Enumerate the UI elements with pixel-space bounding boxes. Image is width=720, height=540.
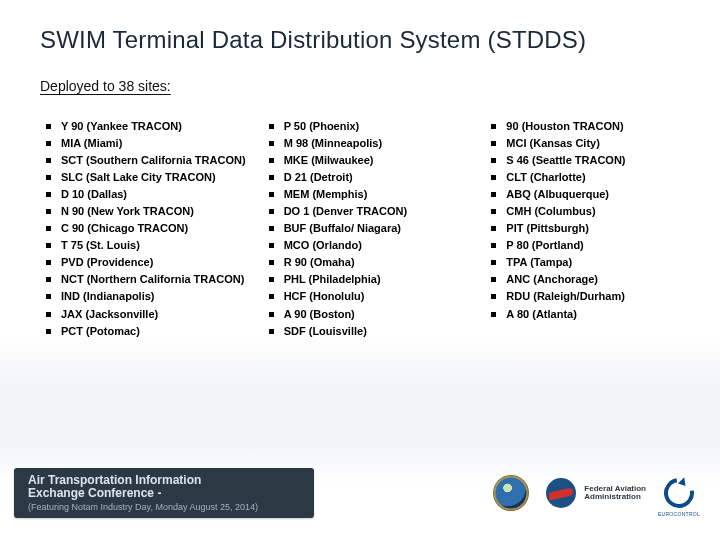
site-label: PCT (Potomac)	[61, 323, 140, 340]
bullet-icon	[269, 209, 274, 214]
site-label: RDU (Raleigh/Durham)	[506, 288, 625, 305]
list-item: RDU (Raleigh/Durham)	[485, 288, 680, 305]
bullet-icon	[46, 312, 51, 317]
bullet-icon	[491, 260, 496, 265]
bullet-icon	[491, 209, 496, 214]
bullet-icon	[491, 312, 496, 317]
dot-seal-icon	[494, 476, 528, 510]
site-label: C 90 (Chicago TRACON)	[61, 220, 188, 237]
list-item: NCT (Northern California TRACON)	[40, 271, 235, 288]
site-label: NCT (Northern California TRACON)	[61, 271, 244, 288]
site-label: PHL (Philadelphia)	[284, 271, 381, 288]
list-item: ABQ (Albuquerque)	[485, 186, 680, 203]
bullet-icon	[269, 141, 274, 146]
site-label: MKE (Milwaukee)	[284, 152, 374, 169]
list-item: TPA (Tampa)	[485, 254, 680, 271]
site-label: D 21 (Detroit)	[284, 169, 353, 186]
site-label: CLT (Charlotte)	[506, 169, 585, 186]
site-label: PVD (Providence)	[61, 254, 153, 271]
bullet-icon	[269, 175, 274, 180]
site-label: SCT (Southern California TRACON)	[61, 152, 246, 169]
bullet-icon	[269, 243, 274, 248]
site-label: A 80 (Atlanta)	[506, 306, 577, 323]
bullet-icon	[491, 175, 496, 180]
site-label: CMH (Columbus)	[506, 203, 595, 220]
bullet-icon	[269, 124, 274, 129]
bullet-icon	[46, 260, 51, 265]
list-item: MIA (Miami)	[40, 135, 235, 152]
site-label: SLC (Salt Lake City TRACON)	[61, 169, 216, 186]
list-item: MCO (Orlando)	[263, 237, 458, 254]
conference-subline: (Featuring Notam Industry Day, Monday Au…	[28, 502, 258, 512]
list-item: PVD (Providence)	[40, 254, 235, 271]
list-item: PIT (Pittsburgh)	[485, 220, 680, 237]
list-item: DO 1 (Denver TRACON)	[263, 203, 458, 220]
site-label: MCI (Kansas City)	[506, 135, 600, 152]
bullet-icon	[46, 277, 51, 282]
conference-line: Air Transportation Information	[28, 473, 201, 487]
site-label: P 80 (Portland)	[506, 237, 583, 254]
list-item: A 90 (Boston)	[263, 306, 458, 323]
site-label: BUF (Buffalo/ Niagara)	[284, 220, 401, 237]
site-label: MIA (Miami)	[61, 135, 122, 152]
footer-logos: Federal Aviation Administration EUROCONT…	[494, 476, 694, 510]
bullet-icon	[491, 141, 496, 146]
faa-logo: Federal Aviation Administration	[546, 478, 646, 508]
page-subtitle: Deployed to 38 sites:	[40, 78, 171, 94]
bullet-icon	[46, 209, 51, 214]
list-item: M 98 (Minneapolis)	[263, 135, 458, 152]
bullet-icon	[269, 192, 274, 197]
list-item: SLC (Salt Lake City TRACON)	[40, 169, 235, 186]
list-item: MKE (Milwaukee)	[263, 152, 458, 169]
site-label: M 98 (Minneapolis)	[284, 135, 382, 152]
bullet-icon	[269, 329, 274, 334]
bullet-icon	[46, 226, 51, 231]
conference-banner: Air Transportation Information Exchange …	[14, 468, 314, 518]
bullet-icon	[269, 260, 274, 265]
site-column: 90 (Houston TRACON)MCI (Kansas City)S 46…	[485, 118, 680, 340]
list-item: C 90 (Chicago TRACON)	[40, 220, 235, 237]
site-label: JAX (Jacksonville)	[61, 306, 158, 323]
site-column: Y 90 (Yankee TRACON)MIA (Miami)SCT (Sout…	[40, 118, 235, 340]
site-label: T 75 (St. Louis)	[61, 237, 140, 254]
list-item: MEM (Memphis)	[263, 186, 458, 203]
list-item: A 80 (Atlanta)	[485, 306, 680, 323]
site-label: MEM (Memphis)	[284, 186, 368, 203]
list-item: MCI (Kansas City)	[485, 135, 680, 152]
site-label: MCO (Orlando)	[284, 237, 362, 254]
site-label: N 90 (New York TRACON)	[61, 203, 194, 220]
list-item: P 80 (Portland)	[485, 237, 680, 254]
faa-line: Administration	[584, 493, 646, 501]
slide: SWIM Terminal Data Distribution System (…	[0, 0, 720, 540]
site-label: S 46 (Seattle TRACON)	[506, 152, 625, 169]
bullet-icon	[491, 124, 496, 129]
eurocontrol-icon: EUROCONTROL	[664, 478, 694, 508]
faa-text: Federal Aviation Administration	[584, 485, 646, 502]
faa-wing-icon	[546, 478, 576, 508]
bullet-icon	[269, 312, 274, 317]
list-item: P 50 (Phoenix)	[263, 118, 458, 135]
list-item: N 90 (New York TRACON)	[40, 203, 235, 220]
bullet-icon	[491, 158, 496, 163]
bullet-icon	[46, 294, 51, 299]
site-label: P 50 (Phoenix)	[284, 118, 360, 135]
site-label: 90 (Houston TRACON)	[506, 118, 623, 135]
site-label: DO 1 (Denver TRACON)	[284, 203, 407, 220]
site-label: TPA (Tampa)	[506, 254, 572, 271]
bullet-icon	[46, 192, 51, 197]
site-label: ABQ (Albuquerque)	[506, 186, 609, 203]
site-label: HCF (Honolulu)	[284, 288, 365, 305]
list-item: PCT (Potomac)	[40, 323, 235, 340]
list-item: S 46 (Seattle TRACON)	[485, 152, 680, 169]
list-item: T 75 (St. Louis)	[40, 237, 235, 254]
list-item: PHL (Philadelphia)	[263, 271, 458, 288]
bullet-icon	[491, 243, 496, 248]
site-label: R 90 (Omaha)	[284, 254, 355, 271]
bullet-icon	[269, 294, 274, 299]
bullet-icon	[46, 329, 51, 334]
bullet-icon	[46, 141, 51, 146]
eurocontrol-label: EUROCONTROL	[658, 511, 700, 517]
bullet-icon	[269, 158, 274, 163]
list-item: IND (Indianapolis)	[40, 288, 235, 305]
bullet-icon	[491, 294, 496, 299]
